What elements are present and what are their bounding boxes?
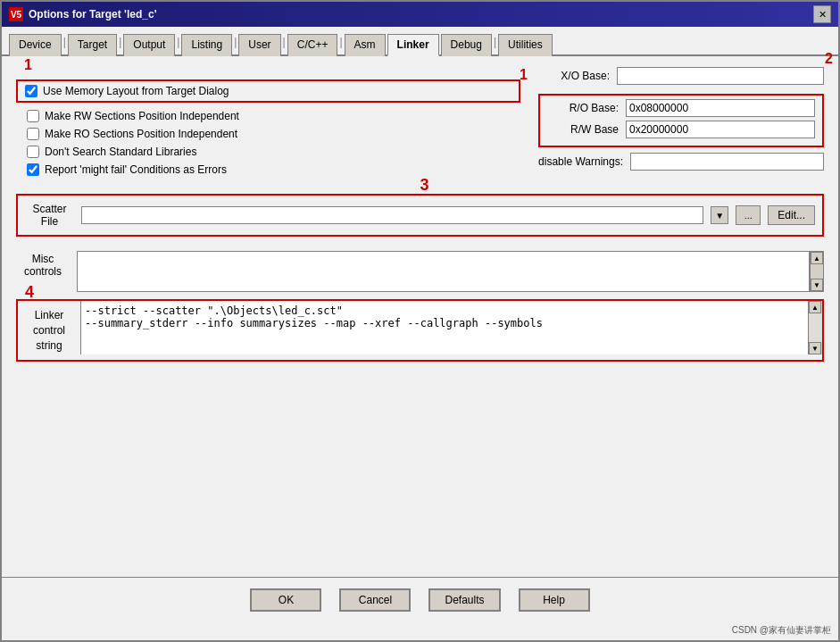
scatter-edit-button[interactable]: Edit... xyxy=(768,205,815,225)
ro-rw-box: R/O Base: R/W Base xyxy=(538,94,824,147)
tab-sep-3: | xyxy=(177,32,179,54)
misc-controls-section: Misccontrols ▲ ▼ xyxy=(16,251,824,292)
tab-sep-1: | xyxy=(63,32,66,54)
linker-control-content: --strict --scatter ".\Objects\led_c.sct"… xyxy=(80,301,822,354)
tab-sep-4: | xyxy=(234,32,237,54)
xo-base-label: X/O Base: xyxy=(538,70,610,82)
tab-listing[interactable]: Listing xyxy=(181,34,232,56)
tab-utilities[interactable]: Utilities xyxy=(498,34,553,56)
scroll-down-arrow[interactable]: ▼ xyxy=(811,279,823,291)
ro-base-label: R/O Base: xyxy=(547,102,619,114)
title-bar: V5 Options for Target 'led_c' ✕ xyxy=(2,2,838,27)
help-button[interactable]: Help xyxy=(519,588,590,612)
misc-controls-input[interactable] xyxy=(77,251,810,292)
dont-search-checkbox[interactable] xyxy=(27,146,39,158)
make-rw-checkbox[interactable] xyxy=(27,110,39,122)
linker-scroll-track xyxy=(809,313,822,342)
tab-debug[interactable]: Debug xyxy=(441,34,492,56)
tab-cpp[interactable]: C/C++ xyxy=(287,34,338,56)
scatter-section-wrapper: 3 ScatterFile ▼ ... Edit... xyxy=(16,194,824,237)
ro-base-row: R/O Base: xyxy=(547,99,815,117)
cancel-button[interactable]: Cancel xyxy=(339,588,411,612)
make-ro-label: Make RO Sections Position Independent xyxy=(45,128,237,140)
ok-button[interactable]: OK xyxy=(250,588,321,612)
annotation-3-label: 3 xyxy=(420,176,429,195)
defaults-button[interactable]: Defaults xyxy=(428,588,500,612)
rw-base-label: R/W Base xyxy=(547,123,619,136)
scatter-file-section: ScatterFile ▼ ... Edit... xyxy=(16,194,824,237)
tab-sep-5: | xyxy=(283,32,286,54)
button-bar: OK Cancel Defaults Help xyxy=(2,577,838,622)
dont-search-item: Don't Search Standard Libraries xyxy=(27,146,520,158)
linker-scroll-down[interactable]: ▼ xyxy=(809,342,821,354)
tab-device[interactable]: Device xyxy=(9,34,62,56)
linker-control-section: Linkercontrolstring --strict --scatter "… xyxy=(16,299,824,362)
annotation-1: 1 xyxy=(24,57,32,73)
misc-scrollbar[interactable]: ▲ ▼ xyxy=(810,251,824,292)
disable-warnings-input[interactable] xyxy=(630,153,824,171)
tab-target[interactable]: Target xyxy=(68,34,117,56)
use-memory-layout-checkbox[interactable] xyxy=(25,85,37,97)
left-checkboxes: 1 1 Use Memory Layout from Target Dialog… xyxy=(16,67,520,176)
linker-scroll-up[interactable]: ▲ xyxy=(809,301,821,313)
scatter-file-label: ScatterFile xyxy=(25,203,74,228)
disable-warnings-label: disable Warnings: xyxy=(538,155,623,168)
misc-section-wrapper: Misccontrols ▲ ▼ xyxy=(16,251,824,292)
make-ro-item: Make RO Sections Position Independent xyxy=(27,128,520,140)
ro-base-input[interactable] xyxy=(626,99,815,117)
tab-user[interactable]: User xyxy=(238,34,280,56)
scatter-dropdown-button[interactable]: ▼ xyxy=(711,206,728,224)
make-ro-checkbox[interactable] xyxy=(27,128,39,140)
xo-base-input[interactable] xyxy=(617,67,824,85)
linker-content: 1 1 Use Memory Layout from Target Dialog… xyxy=(2,56,838,577)
window-title: Options for Target 'led_c' xyxy=(29,8,157,21)
tab-asm[interactable]: Asm xyxy=(345,34,386,56)
annotation-2-label: 2 xyxy=(825,51,833,67)
misc-input-row: ▲ ▼ xyxy=(77,251,824,292)
make-rw-item: Make RW Sections Position Independent xyxy=(27,110,520,122)
scatter-browse-button[interactable]: ... xyxy=(736,205,761,225)
linker-section-wrapper: 4 Linkercontrolstring --strict --scatter… xyxy=(16,299,824,362)
top-section: 1 1 Use Memory Layout from Target Dialog… xyxy=(16,67,824,176)
main-window: V5 Options for Target 'led_c' ✕ Device |… xyxy=(0,0,840,642)
tab-sep-7: | xyxy=(494,32,496,54)
annotation-1-label: 1 xyxy=(520,67,528,83)
rw-base-input[interactable] xyxy=(626,121,815,138)
linker-scrollbar[interactable]: ▲ ▼ xyxy=(808,301,822,354)
annotation-4-label: 4 xyxy=(25,283,34,302)
right-fields: 2 X/O Base: R/O Base: R/W Base xyxy=(538,67,824,176)
tab-linker[interactable]: Linker xyxy=(387,34,439,56)
report-fail-checkbox[interactable] xyxy=(27,163,39,176)
disable-warnings-row: disable Warnings: xyxy=(538,153,824,171)
checkboxes-group: Make RW Sections Position Independent Ma… xyxy=(27,110,520,176)
report-fail-item: Report 'might fail' Conditions as Errors xyxy=(27,163,520,176)
dont-search-label: Don't Search Standard Libraries xyxy=(45,146,196,158)
tab-sep-2: | xyxy=(119,32,121,54)
report-fail-label: Report 'might fail' Conditions as Errors xyxy=(45,163,227,176)
app-icon: V5 xyxy=(9,7,23,21)
scroll-up-arrow[interactable]: ▲ xyxy=(811,252,823,264)
tab-output[interactable]: Output xyxy=(123,34,175,56)
tab-sep-6: | xyxy=(339,32,342,54)
xo-base-row: X/O Base: xyxy=(538,67,824,85)
use-memory-layout-label: Use Memory Layout from Target Dialog xyxy=(43,85,229,97)
use-memory-layout-box: 1 Use Memory Layout from Target Dialog xyxy=(16,79,520,103)
linker-control-input[interactable]: --strict --scatter ".\Objects\led_c.sct"… xyxy=(80,301,808,354)
watermark: CSDN @家有仙妻讲掌柜 xyxy=(2,622,838,640)
scatter-file-input[interactable] xyxy=(81,206,703,224)
close-button[interactable]: ✕ xyxy=(813,5,831,23)
title-bar-left: V5 Options for Target 'led_c' xyxy=(9,7,157,21)
rw-base-row: R/W Base xyxy=(547,121,815,138)
misc-controls-label: Misccontrols xyxy=(16,251,70,278)
use-memory-layout-item: Use Memory Layout from Target Dialog xyxy=(25,85,511,97)
linker-control-label: Linkercontrolstring xyxy=(18,301,80,360)
make-rw-label: Make RW Sections Position Independent xyxy=(45,110,239,122)
tab-bar: Device | Target | Output | Listing | Use… xyxy=(2,27,838,56)
